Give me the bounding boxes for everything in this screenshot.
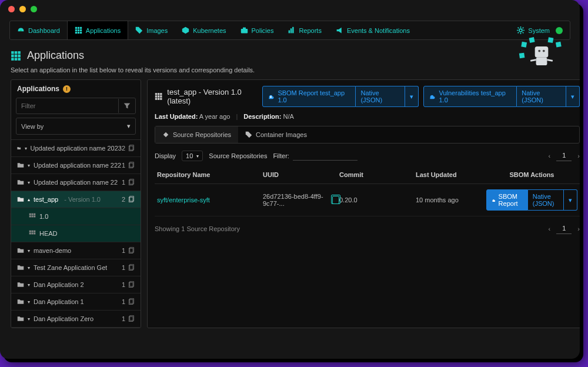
svg-rect-37 xyxy=(15,51,18,54)
col-commit[interactable]: Commit xyxy=(339,171,416,178)
copy-icon[interactable] xyxy=(332,196,339,204)
repo-link[interactable]: syft/enterprise-syft xyxy=(157,196,263,203)
col-uuid[interactable]: UUID xyxy=(263,171,339,178)
close-dot-icon[interactable] xyxy=(8,6,15,12)
svg-rect-53 xyxy=(29,213,31,215)
table-filter-input[interactable] xyxy=(293,151,358,161)
prev-page-button[interactable]: ‹ xyxy=(549,225,551,232)
app-row[interactable]: ▾Test Zane Application Get 1 xyxy=(11,259,141,276)
sidebar-filter[interactable] xyxy=(16,98,136,114)
robot-illustration-icon xyxy=(519,36,564,75)
sbom-format-button[interactable]: Native (JSON) xyxy=(356,86,405,107)
row-sbom-caret[interactable]: ▾ xyxy=(564,189,577,211)
kube-icon xyxy=(182,26,189,34)
app-row[interactable]: ▾Dan Application 1 1 xyxy=(11,293,141,311)
tab-container-images[interactable]: Container Images xyxy=(238,126,314,143)
svg-rect-14 xyxy=(290,28,292,33)
nav-system[interactable]: System xyxy=(517,26,550,34)
grid-icon xyxy=(155,92,162,101)
svg-rect-55 xyxy=(34,213,35,215)
chevron-down-icon: ▾ xyxy=(196,154,199,159)
nav-reports[interactable]: Reports xyxy=(280,21,329,39)
nav-label: Policies xyxy=(252,27,274,34)
nav-policies[interactable]: Policies xyxy=(233,21,281,39)
svg-rect-35 xyxy=(519,53,525,59)
svg-rect-31 xyxy=(521,42,527,48)
zoom-dot-icon[interactable] xyxy=(31,6,37,12)
app-row[interactable]: ▾Updated application name 22 1 xyxy=(11,174,141,191)
gear-icon xyxy=(517,26,524,34)
vuln-format-caret[interactable]: ▾ xyxy=(566,86,580,107)
nav-events[interactable]: Events & Notifications xyxy=(329,21,417,39)
svg-rect-40 xyxy=(15,54,18,57)
viewby-select[interactable]: View by ▾ xyxy=(16,118,136,135)
bullhorn-icon xyxy=(336,26,343,34)
viewby-label: View by xyxy=(21,123,44,130)
prev-page-button[interactable]: ‹ xyxy=(549,152,551,159)
sbom-report-button[interactable]: SBOM Report test_app 1.0 xyxy=(262,86,356,107)
app-row-selected[interactable]: ▴test_app- Version 1.0 2 xyxy=(11,191,141,208)
svg-rect-4 xyxy=(75,29,77,31)
diamond-icon xyxy=(162,131,169,138)
svg-rect-42 xyxy=(11,58,14,61)
page-title: Applications xyxy=(11,49,569,62)
app-row[interactable]: ▾Dan Application 2 1 xyxy=(11,276,141,293)
app-row[interactable]: ▾Updated application name 2023 2 xyxy=(11,140,141,157)
app-row[interactable]: ▾Updated application name 222 1 xyxy=(11,157,141,174)
page-number[interactable]: 1 xyxy=(556,223,572,234)
chevron-down-icon: ▾ xyxy=(410,93,413,101)
svg-rect-63 xyxy=(32,233,34,235)
nav-dashboard[interactable]: Dashboard xyxy=(10,21,67,39)
svg-rect-5 xyxy=(78,29,79,31)
svg-rect-78 xyxy=(155,95,157,97)
nav-images[interactable]: Images xyxy=(128,21,175,39)
next-page-button[interactable]: › xyxy=(577,152,580,159)
svg-rect-77 xyxy=(160,93,162,95)
nav-label: Kubernetes xyxy=(193,27,226,34)
vuln-report-button[interactable]: Vulnerabilities test_app 1.0 xyxy=(423,86,517,107)
svg-point-27 xyxy=(538,50,540,52)
filter-input[interactable] xyxy=(16,98,118,114)
svg-rect-76 xyxy=(158,93,159,95)
vuln-format-button[interactable]: Native (JSON) xyxy=(517,86,566,107)
app-version-row[interactable]: 1.0 xyxy=(11,208,141,225)
col-updated[interactable]: Last Updated xyxy=(416,171,486,178)
next-page-button[interactable]: › xyxy=(577,225,580,232)
minimize-dot-icon[interactable] xyxy=(19,6,26,12)
svg-rect-58 xyxy=(34,216,35,218)
nav-label: System xyxy=(528,27,550,34)
row-sbom-button[interactable]: SBOM Report xyxy=(486,189,528,211)
cloud-download-icon xyxy=(492,197,496,203)
svg-rect-33 xyxy=(548,37,554,43)
page-title-text: Applications xyxy=(27,49,84,62)
app-name: test_app xyxy=(34,196,58,203)
sbom-format-caret[interactable]: ▾ xyxy=(405,86,419,107)
svg-rect-3 xyxy=(80,27,82,29)
tab-source-repositories[interactable]: Source Repositories xyxy=(155,126,238,143)
nav-label: Events & Notifications xyxy=(347,27,410,34)
chevron-down-icon: ▾ xyxy=(571,93,574,101)
app-row[interactable]: ▾Dan Application Zero 1 xyxy=(11,311,141,328)
svg-rect-6 xyxy=(80,29,82,31)
display-count-select[interactable]: 10 ▾ xyxy=(182,151,203,161)
filter-icon[interactable] xyxy=(118,99,135,113)
row-sbom-format[interactable]: Native (JSON) xyxy=(528,189,564,211)
nav-label: Images xyxy=(146,27,168,34)
page-subtitle: Select an application in the list below … xyxy=(11,66,569,74)
warning-icon[interactable]: ! xyxy=(63,85,71,93)
page-number[interactable]: 1 xyxy=(556,151,572,161)
svg-rect-61 xyxy=(34,231,35,232)
svg-rect-13 xyxy=(289,31,290,34)
nav-kubernetes[interactable]: Kubernetes xyxy=(175,21,233,39)
repo-table: Repository Name UUID Commit Last Updated… xyxy=(155,166,580,216)
svg-rect-32 xyxy=(529,37,535,43)
tag-icon xyxy=(135,26,143,34)
app-version-row[interactable]: HEAD xyxy=(11,225,141,242)
nav-applications[interactable]: Applications xyxy=(67,21,128,39)
nav-label: Applications xyxy=(86,27,121,34)
status-indicator-icon[interactable] xyxy=(556,27,563,34)
col-repo[interactable]: Repository Name xyxy=(157,171,263,178)
svg-rect-80 xyxy=(160,95,162,97)
app-row[interactable]: ▾maven-demo 1 xyxy=(11,242,141,259)
svg-rect-2 xyxy=(78,27,79,29)
